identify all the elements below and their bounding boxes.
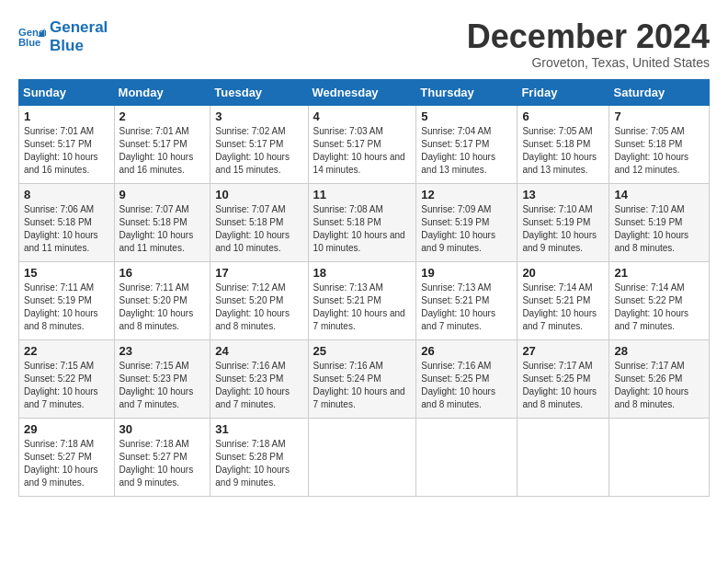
calendar-day-cell: 12Sunrise: 7:09 AMSunset: 5:19 PMDayligh… [416, 183, 518, 261]
logo: General Blue General Blue [18, 18, 108, 56]
calendar-day-cell: 16Sunrise: 7:11 AMSunset: 5:20 PMDayligh… [114, 261, 210, 339]
day-info: Sunrise: 7:01 AMSunset: 5:17 PMDaylight:… [24, 125, 109, 177]
day-info: Sunrise: 7:05 AMSunset: 5:18 PMDaylight:… [614, 125, 704, 177]
day-number: 7 [614, 109, 704, 123]
calendar-day-cell: 26Sunrise: 7:16 AMSunset: 5:25 PMDayligh… [416, 339, 518, 418]
day-info: Sunrise: 7:12 AMSunset: 5:20 PMDaylight:… [215, 282, 302, 333]
calendar-day-cell: 23Sunrise: 7:15 AMSunset: 5:23 PMDayligh… [114, 339, 210, 418]
day-info: Sunrise: 7:13 AMSunset: 5:21 PMDaylight:… [421, 282, 512, 333]
day-number: 31 [215, 422, 302, 436]
day-info: Sunrise: 7:16 AMSunset: 5:23 PMDaylight:… [215, 360, 302, 411]
calendar-day-cell: 2Sunrise: 7:01 AMSunset: 5:17 PMDaylight… [114, 105, 210, 183]
day-number: 2 [119, 109, 206, 123]
calendar-day-cell: 14Sunrise: 7:10 AMSunset: 5:19 PMDayligh… [609, 183, 710, 261]
day-number: 18 [313, 266, 412, 280]
day-number: 26 [421, 344, 512, 358]
calendar-day-cell: 18Sunrise: 7:13 AMSunset: 5:21 PMDayligh… [308, 261, 416, 339]
calendar-day-cell: 25Sunrise: 7:16 AMSunset: 5:24 PMDayligh… [308, 339, 416, 418]
day-number: 6 [522, 109, 604, 123]
day-number: 9 [119, 188, 206, 201]
calendar-day-cell: 7Sunrise: 7:05 AMSunset: 5:18 PMDaylight… [609, 105, 710, 183]
col-header-tuesday: Tuesday [210, 79, 308, 105]
calendar-table: SundayMondayTuesdayWednesdayThursdayFrid… [18, 79, 710, 497]
calendar-day-cell: 8Sunrise: 7:06 AMSunset: 5:18 PMDaylight… [19, 183, 115, 261]
day-number: 3 [215, 109, 302, 123]
day-number: 23 [119, 344, 206, 358]
calendar-day-cell: 28Sunrise: 7:17 AMSunset: 5:26 PMDayligh… [609, 339, 710, 418]
calendar-week-row: 15Sunrise: 7:11 AMSunset: 5:19 PMDayligh… [19, 261, 710, 339]
col-header-sunday: Sunday [19, 79, 115, 105]
day-info: Sunrise: 7:13 AMSunset: 5:21 PMDaylight:… [313, 282, 412, 333]
day-number: 13 [522, 188, 604, 201]
day-info: Sunrise: 7:07 AMSunset: 5:18 PMDaylight:… [119, 203, 206, 255]
logo-text-general: General [50, 18, 108, 37]
day-number: 24 [215, 344, 302, 358]
day-info: Sunrise: 7:11 AMSunset: 5:20 PMDaylight:… [119, 282, 206, 333]
calendar-day-cell: 15Sunrise: 7:11 AMSunset: 5:19 PMDayligh… [19, 261, 115, 339]
calendar-day-cell: 4Sunrise: 7:03 AMSunset: 5:17 PMDaylight… [308, 105, 416, 183]
day-info: Sunrise: 7:15 AMSunset: 5:22 PMDaylight:… [24, 360, 109, 411]
day-info: Sunrise: 7:10 AMSunset: 5:19 PMDaylight:… [522, 203, 604, 255]
day-number: 19 [421, 266, 512, 280]
day-info: Sunrise: 7:17 AMSunset: 5:26 PMDaylight:… [614, 360, 704, 411]
day-info: Sunrise: 7:18 AMSunset: 5:27 PMDaylight:… [24, 438, 109, 489]
day-number: 16 [119, 266, 206, 280]
calendar-day-cell: 17Sunrise: 7:12 AMSunset: 5:20 PMDayligh… [210, 261, 308, 339]
svg-text:Blue: Blue [18, 37, 40, 48]
logo-icon: General Blue [18, 23, 46, 51]
calendar-subtitle: Groveton, Texas, United States [467, 55, 710, 70]
day-info: Sunrise: 7:11 AMSunset: 5:19 PMDaylight:… [24, 282, 109, 333]
day-info: Sunrise: 7:07 AMSunset: 5:18 PMDaylight:… [215, 203, 302, 255]
calendar-day-cell: 3Sunrise: 7:02 AMSunset: 5:17 PMDaylight… [210, 105, 308, 183]
day-number: 5 [421, 109, 512, 123]
calendar-week-row: 22Sunrise: 7:15 AMSunset: 5:22 PMDayligh… [19, 339, 710, 418]
day-number: 27 [522, 344, 604, 358]
calendar-week-row: 29Sunrise: 7:18 AMSunset: 5:27 PMDayligh… [19, 418, 710, 496]
day-number: 20 [522, 266, 604, 280]
day-number: 29 [24, 422, 109, 436]
day-info: Sunrise: 7:18 AMSunset: 5:27 PMDaylight:… [119, 438, 206, 489]
day-info: Sunrise: 7:10 AMSunset: 5:19 PMDaylight:… [614, 203, 704, 255]
calendar-day-cell: 22Sunrise: 7:15 AMSunset: 5:22 PMDayligh… [19, 339, 115, 418]
calendar-day-cell: 9Sunrise: 7:07 AMSunset: 5:18 PMDaylight… [114, 183, 210, 261]
day-info: Sunrise: 7:06 AMSunset: 5:18 PMDaylight:… [24, 203, 109, 255]
day-info: Sunrise: 7:09 AMSunset: 5:19 PMDaylight:… [421, 203, 512, 255]
col-header-thursday: Thursday [416, 79, 518, 105]
day-info: Sunrise: 7:18 AMSunset: 5:28 PMDaylight:… [215, 438, 302, 489]
day-number: 21 [614, 266, 704, 280]
day-number: 10 [215, 188, 302, 201]
day-number: 22 [24, 344, 109, 358]
calendar-day-cell: 27Sunrise: 7:17 AMSunset: 5:25 PMDayligh… [518, 339, 609, 418]
day-number: 25 [313, 344, 412, 358]
col-header-friday: Friday [518, 79, 609, 105]
calendar-day-cell: 21Sunrise: 7:14 AMSunset: 5:22 PMDayligh… [609, 261, 710, 339]
day-number: 11 [313, 188, 412, 201]
calendar-title: December 2024 [467, 18, 710, 55]
day-number: 1 [24, 109, 109, 123]
day-info: Sunrise: 7:15 AMSunset: 5:23 PMDaylight:… [119, 360, 206, 411]
empty-cell [518, 418, 609, 496]
calendar-day-cell: 20Sunrise: 7:14 AMSunset: 5:21 PMDayligh… [518, 261, 609, 339]
day-info: Sunrise: 7:14 AMSunset: 5:21 PMDaylight:… [522, 282, 604, 333]
day-info: Sunrise: 7:01 AMSunset: 5:17 PMDaylight:… [119, 125, 206, 177]
col-header-saturday: Saturday [609, 79, 710, 105]
calendar-day-cell: 19Sunrise: 7:13 AMSunset: 5:21 PMDayligh… [416, 261, 518, 339]
day-info: Sunrise: 7:17 AMSunset: 5:25 PMDaylight:… [522, 360, 604, 411]
day-info: Sunrise: 7:03 AMSunset: 5:17 PMDaylight:… [313, 125, 412, 177]
calendar-day-cell: 24Sunrise: 7:16 AMSunset: 5:23 PMDayligh… [210, 339, 308, 418]
day-number: 14 [614, 188, 704, 201]
day-info: Sunrise: 7:16 AMSunset: 5:24 PMDaylight:… [313, 360, 412, 411]
day-number: 28 [614, 344, 704, 358]
day-info: Sunrise: 7:05 AMSunset: 5:18 PMDaylight:… [522, 125, 604, 177]
empty-cell [308, 418, 416, 496]
day-info: Sunrise: 7:14 AMSunset: 5:22 PMDaylight:… [614, 282, 704, 333]
calendar-day-cell: 29Sunrise: 7:18 AMSunset: 5:27 PMDayligh… [19, 418, 115, 496]
day-number: 12 [421, 188, 512, 201]
page-header: General Blue General Blue December 2024 … [18, 18, 710, 70]
calendar-day-cell: 31Sunrise: 7:18 AMSunset: 5:28 PMDayligh… [210, 418, 308, 496]
day-info: Sunrise: 7:08 AMSunset: 5:18 PMDaylight:… [313, 203, 412, 255]
calendar-day-cell: 10Sunrise: 7:07 AMSunset: 5:18 PMDayligh… [210, 183, 308, 261]
day-info: Sunrise: 7:16 AMSunset: 5:25 PMDaylight:… [421, 360, 512, 411]
empty-cell [609, 418, 710, 496]
calendar-day-cell: 30Sunrise: 7:18 AMSunset: 5:27 PMDayligh… [114, 418, 210, 496]
